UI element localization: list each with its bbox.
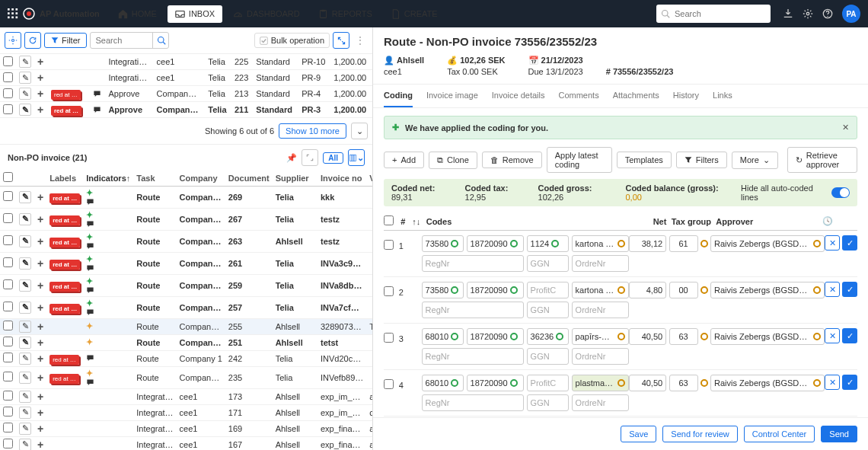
expand-icon[interactable]: + — [37, 279, 43, 292]
expand-button[interactable] — [333, 32, 349, 49]
send-review-button[interactable]: Send for review — [662, 426, 737, 442]
expand-icon[interactable]: + — [37, 423, 43, 435]
row-checkbox[interactable] — [3, 213, 13, 223]
more-button[interactable]: More ⌄ — [732, 152, 778, 169]
columns-button[interactable]: ⌄ — [348, 149, 365, 166]
expand-section-button[interactable] — [302, 149, 318, 166]
edit-icon[interactable]: ✎ — [19, 56, 31, 68]
tab-comments[interactable]: Comments — [558, 85, 598, 107]
table-row[interactable]: ✎ + red at … RouteCompany 1242TeliaINVd2… — [0, 350, 372, 366]
ordrenr-field[interactable]: OrdreNr — [572, 348, 629, 365]
table-row[interactable]: ✎ + red at … ✦ RouteCompan…257TeliaINVa7… — [0, 296, 372, 318]
row-checkbox[interactable] — [3, 72, 13, 82]
edit-icon[interactable]: ✎ — [19, 372, 31, 384]
help-icon[interactable] — [822, 8, 833, 19]
expand-icon[interactable]: + — [37, 191, 43, 203]
nav-inbox[interactable]: INBOX — [168, 5, 222, 23]
confirm-line-button[interactable]: ✓ — [842, 282, 857, 297]
expand-icon[interactable]: + — [37, 439, 43, 451]
table-row[interactable]: ✎ + red at … ✦ RouteCompan…263Ahlselltes… — [0, 230, 372, 252]
global-search-input[interactable] — [656, 5, 771, 23]
col-company[interactable]: Company — [177, 171, 225, 186]
code-field[interactable]: 1124 — [527, 235, 569, 252]
code-field[interactable]: 18720090 — [467, 282, 524, 298]
table-row[interactable]: ✎ + red at … ✦ RouteCompan…267Teliatestz… — [0, 208, 372, 230]
regnr-field[interactable]: RegNr — [422, 255, 524, 272]
edit-icon[interactable]: ✎ — [19, 353, 31, 365]
edit-icon[interactable]: ✎ — [19, 321, 31, 333]
row-checkbox[interactable] — [3, 321, 13, 330]
ggn-field[interactable]: GGN — [527, 348, 569, 365]
left-search-button[interactable] — [152, 32, 169, 49]
tax-input[interactable] — [669, 328, 698, 345]
code-field[interactable]: 36236 — [527, 328, 569, 345]
row-checkbox[interactable] — [3, 372, 13, 381]
select-all[interactable] — [3, 172, 13, 182]
row-checkbox[interactable] — [3, 279, 13, 289]
edit-icon[interactable]: ✎ — [19, 72, 31, 84]
edit-icon[interactable]: ✎ — [19, 407, 31, 419]
expand-icon[interactable]: + — [37, 88, 43, 100]
filters-button[interactable]: Filters — [676, 152, 727, 168]
table-row[interactable]: ✎ + Integrati…cee1Telia225StandardPR-101… — [0, 54, 372, 70]
remove-button[interactable]: 🗑 Remove — [482, 152, 542, 168]
retrieve-approver-button[interactable]: ↻ Retrieve approver — [787, 147, 857, 173]
nav-create[interactable]: CREATE — [383, 5, 445, 23]
control-center-button[interactable]: Control Center — [744, 426, 815, 442]
close-icon[interactable]: ✕ — [842, 123, 849, 132]
code-field[interactable]: 18720090 — [467, 328, 524, 345]
row-checkbox[interactable] — [3, 88, 13, 98]
remove-line-button[interactable]: ✕ — [825, 282, 840, 297]
expand-icon[interactable]: + — [37, 104, 43, 116]
apps-icon[interactable] — [8, 8, 18, 19]
expand-icon[interactable]: + — [37, 235, 43, 247]
ordrenr-field[interactable]: OrdreNr — [572, 394, 629, 411]
table-row[interactable]: ✎ + Integrat…cee1167Ahlsellexp_fina…aa8a… — [0, 436, 372, 450]
row-checkbox[interactable] — [3, 104, 13, 114]
edit-icon[interactable]: ✎ — [19, 191, 31, 203]
expand-icon[interactable]: + — [37, 372, 43, 384]
row-checkbox[interactable] — [3, 407, 13, 416]
table-row[interactable]: ✎ + red at … ✦ RouteCompan…235TeliaINVef… — [0, 366, 372, 388]
col-supplier[interactable]: Supplier — [273, 171, 318, 186]
ggn-field[interactable]: GGN — [527, 394, 569, 411]
bulk-operation[interactable]: Bulk operation — [254, 33, 330, 48]
pin-icon[interactable]: 📌 — [286, 153, 297, 163]
remove-line-button[interactable]: ✕ — [825, 375, 840, 390]
table-row[interactable]: ✎ + red at … ApproveCompan…Telia213Stand… — [0, 86, 372, 102]
table-row[interactable]: ✎ + red at … ApproveCompan…Telia211Stand… — [0, 102, 372, 118]
approver-field[interactable]: Raivis Zebergs (BGSD46) — [710, 375, 825, 391]
apply-latest-button[interactable]: Apply latest coding — [547, 147, 612, 173]
regnr-field[interactable]: RegNr — [422, 394, 524, 411]
expand-icon[interactable]: + — [37, 391, 43, 403]
description-field[interactable]: kartona glāzes, vaki-Hestio — [572, 235, 629, 252]
expand-icon[interactable]: + — [37, 302, 43, 314]
edit-icon[interactable]: ✎ — [19, 302, 31, 314]
edit-icon[interactable]: ✎ — [19, 439, 31, 451]
tax-input[interactable] — [669, 375, 698, 391]
table-row[interactable]: ✎ + Integrati…cee1Telia223StandardPR-91,… — [0, 70, 372, 86]
ggn-field[interactable]: GGN — [527, 302, 569, 318]
edit-icon[interactable]: ✎ — [19, 213, 31, 225]
filter-button[interactable]: Filter — [44, 33, 87, 48]
expand-icon[interactable]: + — [37, 353, 43, 365]
table-row[interactable]: ✎ + red at … ✦ RouteCompan…259TeliaINVa8… — [0, 274, 372, 296]
net-input[interactable] — [629, 375, 667, 391]
description-field[interactable]: kartona glāzes, vaki-Hestio — [572, 282, 629, 298]
code-field[interactable]: 73580 — [422, 235, 464, 252]
code-field[interactable]: ProfitC — [527, 282, 569, 298]
edit-icon[interactable]: ✎ — [19, 423, 31, 435]
edit-icon[interactable]: ✎ — [19, 88, 31, 100]
edit-icon[interactable]: ✎ — [19, 235, 31, 247]
table-row[interactable]: ✎ + Integrat…cee1169Ahlsellexp_fina…a12a… — [0, 420, 372, 436]
row-checkbox[interactable] — [3, 56, 13, 66]
code-field[interactable]: 18720090 — [467, 235, 524, 252]
edit-icon[interactable]: ✎ — [19, 279, 31, 292]
approver-field[interactable]: Raivis Zebergs (BGSD46) — [710, 328, 825, 345]
table-row[interactable]: ✎ + red at … ✦ RouteCompan…269Teliakkk10… — [0, 186, 372, 208]
edit-icon[interactable]: ✎ — [19, 104, 31, 116]
net-input[interactable] — [629, 235, 667, 252]
clone-button[interactable]: ⧉ Clone — [429, 152, 477, 169]
edit-icon[interactable]: ✎ — [19, 337, 31, 349]
table-row[interactable]: ✎ + ✦ RouteCompan…251Ahlselltetst10.00 — [0, 334, 372, 350]
